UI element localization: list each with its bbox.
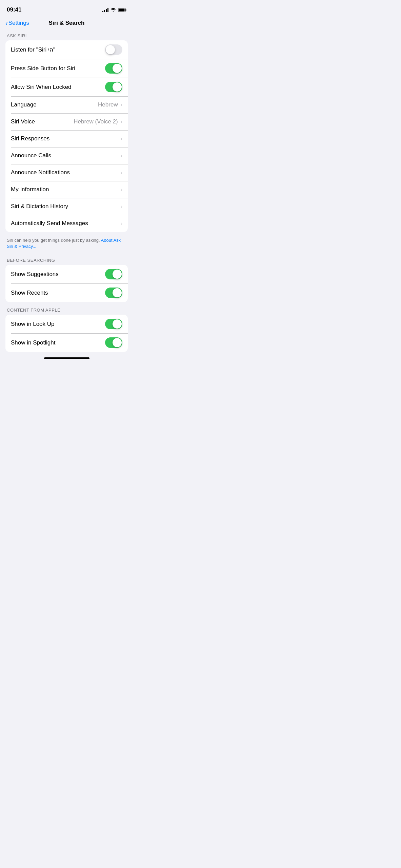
row-label-siri-responses: Siri Responses [11, 135, 119, 142]
section-header-ask-siri: ASK SIRI [0, 31, 133, 40]
row-right-siri-responses: › [119, 136, 122, 142]
row-label-show-recents: Show Recents [11, 290, 105, 296]
row-label-auto-send-messages: Automatically Send Messages [11, 220, 119, 227]
toggle-knob-listen-siri [106, 45, 115, 54]
toggle-show-recents[interactable] [105, 288, 122, 298]
row-language[interactable]: LanguageHebrew› [5, 96, 128, 113]
section-header-before-searching: BEFORE SEARCHING [0, 255, 133, 265]
row-right-announce-notifications: › [119, 170, 122, 176]
toggle-show-suggestions[interactable] [105, 269, 122, 279]
chevron-icon-auto-send-messages: › [121, 220, 122, 226]
row-value-language: Hebrew [98, 101, 118, 108]
nav-bar: ‹ Settings Siri & Search [0, 17, 133, 31]
row-value-siri-voice: Hebrew (Voice 2) [74, 118, 118, 125]
back-chevron-icon: ‹ [5, 19, 8, 27]
battery-icon [118, 8, 126, 12]
back-label: Settings [8, 20, 29, 26]
row-right-announce-calls: › [119, 153, 122, 159]
signal-bars-icon [102, 7, 108, 12]
section-footer-ask-siri: Siri can help you get things done just b… [0, 235, 133, 255]
svg-rect-2 [119, 8, 125, 11]
row-right-my-information: › [119, 186, 122, 193]
row-auto-send-messages[interactable]: Automatically Send Messages› [5, 215, 128, 232]
toggle-knob-press-side [113, 64, 122, 73]
toggle-knob-show-suggestions [113, 270, 122, 279]
toggle-knob-allow-locked [113, 82, 122, 92]
row-show-suggestions[interactable]: Show Suggestions [5, 265, 128, 283]
row-show-recents[interactable]: Show Recents [5, 283, 128, 302]
section-footer-link-ask-siri[interactable]: About Ask Siri & Privacy... [7, 238, 121, 249]
status-bar: 09:41 [0, 0, 133, 17]
row-show-in-spotlight[interactable]: Show in Spotlight [5, 333, 128, 352]
toggle-show-in-look-up[interactable] [105, 319, 122, 329]
row-announce-notifications[interactable]: Announce Notifications› [5, 164, 128, 181]
row-announce-calls[interactable]: Announce Calls› [5, 147, 128, 164]
chevron-icon-siri-responses: › [121, 136, 122, 142]
chevron-icon-announce-calls: › [121, 153, 122, 159]
toggle-listen-siri[interactable] [105, 44, 122, 55]
back-button[interactable]: ‹ Settings [5, 19, 29, 27]
chevron-icon-siri-dictation-history: › [121, 203, 122, 210]
section-header-content-from-apple: CONTENT FROM APPLE [0, 305, 133, 315]
row-right-listen-siri [105, 44, 122, 55]
chevron-icon-my-information: › [121, 186, 122, 193]
row-label-announce-notifications: Announce Notifications [11, 169, 119, 176]
row-right-allow-locked [105, 82, 122, 92]
row-right-show-in-spotlight [105, 337, 122, 348]
home-indicator-bar [44, 357, 89, 359]
toggle-press-side[interactable] [105, 63, 122, 74]
section-card-content-from-apple: Show in Look UpShow in Spotlight [5, 315, 128, 352]
row-label-siri-voice: Siri Voice [11, 118, 74, 125]
row-right-press-side [105, 63, 122, 74]
row-siri-responses[interactable]: Siri Responses› [5, 130, 128, 147]
row-label-listen-siri: Listen for "Siri הי" [11, 46, 105, 53]
row-right-siri-dictation-history: › [119, 203, 122, 210]
row-label-press-side: Press Side Button for Siri [11, 65, 105, 72]
row-label-show-suggestions: Show Suggestions [11, 271, 105, 278]
section-card-ask-siri: Listen for "Siri הי"Press Side Button fo… [5, 40, 128, 232]
svg-rect-1 [126, 9, 126, 11]
row-listen-siri[interactable]: Listen for "Siri הי" [5, 40, 128, 59]
row-right-auto-send-messages: › [119, 220, 122, 226]
row-right-language: Hebrew› [98, 101, 122, 108]
row-label-show-in-look-up: Show in Look Up [11, 321, 105, 328]
chevron-icon-language: › [121, 102, 122, 108]
status-time: 09:41 [7, 6, 21, 13]
row-siri-voice[interactable]: Siri VoiceHebrew (Voice 2)› [5, 113, 128, 130]
toggle-knob-show-in-spotlight [113, 338, 122, 347]
row-label-allow-locked: Allow Siri When Locked [11, 84, 105, 91]
home-indicator [0, 355, 133, 360]
row-allow-locked[interactable]: Allow Siri When Locked [5, 78, 128, 96]
row-right-show-recents [105, 288, 122, 298]
status-icons [102, 7, 126, 12]
row-right-show-in-look-up [105, 319, 122, 329]
row-show-in-look-up[interactable]: Show in Look Up [5, 315, 128, 333]
row-label-announce-calls: Announce Calls [11, 152, 119, 159]
row-siri-dictation-history[interactable]: Siri & Dictation History› [5, 198, 128, 215]
section-card-before-searching: Show SuggestionsShow Recents [5, 265, 128, 302]
row-label-show-in-spotlight: Show in Spotlight [11, 339, 105, 346]
toggle-knob-show-recents [113, 288, 122, 297]
chevron-icon-siri-voice: › [121, 119, 122, 125]
page-title: Siri & Search [49, 20, 85, 26]
row-my-information[interactable]: My Information› [5, 181, 128, 198]
toggle-knob-show-in-look-up [113, 319, 122, 329]
row-label-siri-dictation-history: Siri & Dictation History [11, 203, 119, 210]
row-label-language: Language [11, 101, 98, 108]
row-label-my-information: My Information [11, 186, 119, 193]
toggle-show-in-spotlight[interactable] [105, 337, 122, 348]
wifi-icon [111, 8, 116, 12]
chevron-icon-announce-notifications: › [121, 170, 122, 176]
toggle-allow-locked[interactable] [105, 82, 122, 92]
row-press-side[interactable]: Press Side Button for Siri [5, 59, 128, 78]
row-right-show-suggestions [105, 269, 122, 279]
row-right-siri-voice: Hebrew (Voice 2)› [74, 118, 122, 125]
